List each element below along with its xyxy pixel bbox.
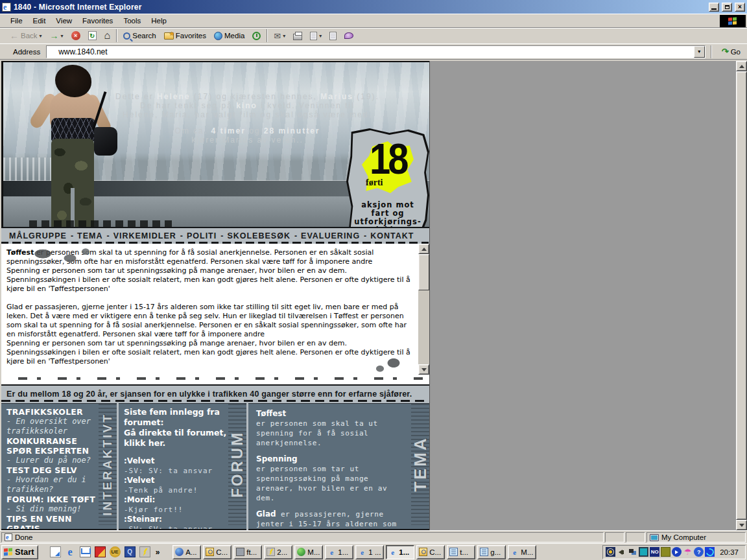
nav-tema[interactable]: TEMA: [76, 231, 104, 240]
menu-view[interactable]: View: [51, 15, 77, 27]
tema-vertical-label: TEMA: [411, 404, 429, 525]
display-tray-icon[interactable]: [639, 547, 648, 557]
task-button[interactable]: t...: [447, 545, 475, 559]
start-button[interactable]: Start: [1, 545, 38, 559]
task-button[interactable]: C...: [416, 545, 445, 559]
webpage: Dette er Helene (17) og kjæresten hennes…: [1, 61, 430, 530]
nav-kontakt[interactable]: KONTAKT: [369, 231, 415, 240]
restore-button[interactable]: [722, 3, 732, 12]
vnc-tray-icon[interactable]: [705, 547, 715, 557]
olive-tray-icon[interactable]: [661, 547, 670, 557]
menu-tools[interactable]: Tools: [118, 15, 146, 27]
stop-button[interactable]: ×: [67, 29, 84, 43]
mail-dropdown-icon[interactable]: ▾: [283, 33, 285, 39]
internet-explorer-icon[interactable]: e: [65, 546, 76, 557]
address-input[interactable]: [47, 46, 694, 58]
article-scroll-up-button[interactable]: [418, 244, 429, 254]
task-button[interactable]: eM...: [508, 545, 536, 559]
messenger-button[interactable]: [340, 29, 357, 43]
umbrella-tray-icon[interactable]: ☂: [683, 547, 693, 557]
ultraedit-icon[interactable]: UE: [110, 546, 121, 557]
task-button[interactable]: ft...: [233, 545, 262, 559]
refresh-button[interactable]: ↻: [84, 29, 101, 43]
address-dropdown-button[interactable]: ▾: [694, 46, 705, 58]
nav-malgruppe[interactable]: MÅLGRUPPE: [8, 231, 68, 240]
task-button[interactable]: 2...: [264, 545, 292, 559]
forum-post-name[interactable]: :Velvet: [124, 476, 227, 485]
task-button[interactable]: g...: [477, 545, 506, 559]
browser-scrollbar[interactable]: [736, 61, 747, 530]
article-scroll-thumb[interactable]: [418, 254, 429, 290]
menu-edit[interactable]: Edit: [28, 15, 51, 27]
logo-forti: førti: [366, 178, 383, 188]
edit-dropdown-icon[interactable]: ▾: [319, 33, 322, 39]
link-mobillogoer[interactable]: GRATIS MOBILLOGOER - FLASH: [6, 524, 97, 530]
task-button[interactable]: e1...: [325, 545, 353, 559]
link-konkurranse[interactable]: KONKURRANSE: [6, 436, 97, 446]
forum-post-name[interactable]: :Velvet: [124, 456, 227, 466]
nav-politi[interactable]: POLITI: [185, 231, 218, 240]
menu-help[interactable]: Help: [146, 15, 172, 27]
task-button-active[interactable]: e1...: [386, 545, 414, 559]
task-button[interactable]: A...: [172, 545, 201, 559]
link-forum[interactable]: FORUM: IKKE TØFT: [6, 495, 97, 504]
scroll-up-button[interactable]: [736, 61, 747, 71]
network-tray-icon[interactable]: [628, 547, 637, 557]
forum-post-msg[interactable]: -SV: SV: ta ansvar: [124, 524, 227, 530]
nav-evaluering[interactable]: EVALUERING: [300, 231, 361, 240]
info-tray-icon[interactable]: ?: [694, 547, 704, 557]
scroll-thumb[interactable]: [736, 71, 747, 520]
show-desktop-icon[interactable]: [50, 546, 61, 557]
signal-tray-icon[interactable]: [606, 547, 615, 557]
mail-button[interactable]: ✉ ▾: [270, 29, 289, 43]
scroll-down-button[interactable]: [736, 520, 747, 530]
link-tips-en-venn[interactable]: TIPS EN VENN: [6, 514, 97, 524]
forum-header-2[interactable]: Gå direkte til forumet, klikk her.: [124, 428, 227, 449]
red-app-icon[interactable]: [95, 546, 106, 557]
player-tray-icon[interactable]: [672, 547, 682, 557]
task-button[interactable]: e1 ...: [355, 545, 384, 559]
go-button[interactable]: ↷ Go: [717, 45, 745, 59]
article-scroll-track[interactable]: [418, 290, 429, 364]
tema-column: Tøffest er personen som skal ta ut spenn…: [248, 403, 429, 530]
article-scroll-down-button[interactable]: [418, 364, 429, 375]
search-button[interactable]: Search: [119, 29, 160, 43]
forward-dropdown-icon[interactable]: ▾: [61, 33, 64, 39]
link-spor-eksperten[interactable]: SPØR EKSPERTEN: [6, 446, 97, 456]
forum-post-msg[interactable]: -SV: SV: ta ansvar: [124, 466, 227, 476]
language-indicator[interactable]: NO: [650, 547, 659, 557]
stop-icon: ×: [71, 31, 80, 40]
close-button[interactable]: ×: [735, 3, 745, 12]
discuss-button[interactable]: [326, 29, 340, 43]
link-test-deg-selv[interactable]: TEST DEG SELV: [6, 465, 97, 475]
volume-tray-icon[interactable]: [617, 547, 626, 557]
ie-window-icon: e: [2, 3, 11, 12]
nav-skolebesok[interactable]: SKOLEBESØK: [226, 231, 292, 240]
print-icon: [293, 34, 302, 40]
edit-button[interactable]: ▾: [306, 29, 326, 43]
menu-file[interactable]: File: [5, 15, 28, 27]
link-trafikkskoler[interactable]: TRAFIKKSKOLER: [6, 407, 97, 417]
favorites-button[interactable]: ★ Favorites: [160, 29, 210, 43]
forum-post-msg[interactable]: -Tenk på andre!: [124, 485, 227, 495]
forward-button[interactable]: → ▾: [46, 29, 67, 43]
forum-post-name[interactable]: :Mordi:: [124, 495, 227, 505]
forum-post-msg[interactable]: -Kjør fort!!: [124, 505, 227, 515]
task-button[interactable]: C...: [203, 545, 231, 559]
home-button[interactable]: ⌂: [101, 29, 115, 43]
print-button[interactable]: [289, 29, 306, 43]
task-button[interactable]: M...: [294, 545, 323, 559]
forum-post-name[interactable]: :Steinar:: [124, 515, 227, 524]
q-app-icon[interactable]: Q: [124, 546, 136, 557]
nav-virkemidler[interactable]: VIRKEMIDLER: [112, 231, 178, 240]
back-button[interactable]: ← Back ▾: [6, 29, 46, 43]
article-scrollbar[interactable]: [418, 244, 429, 375]
outlook-express-icon[interactable]: [80, 546, 91, 557]
menu-favorites[interactable]: Favorites: [77, 15, 118, 27]
media-button[interactable]: Media: [210, 29, 248, 43]
history-button[interactable]: [248, 29, 265, 43]
quicklaunch-overflow-chevron[interactable]: »: [154, 548, 161, 557]
winamp-icon[interactable]: [139, 546, 150, 557]
minimize-button[interactable]: [709, 3, 719, 12]
back-dropdown-icon[interactable]: ▾: [40, 33, 42, 39]
